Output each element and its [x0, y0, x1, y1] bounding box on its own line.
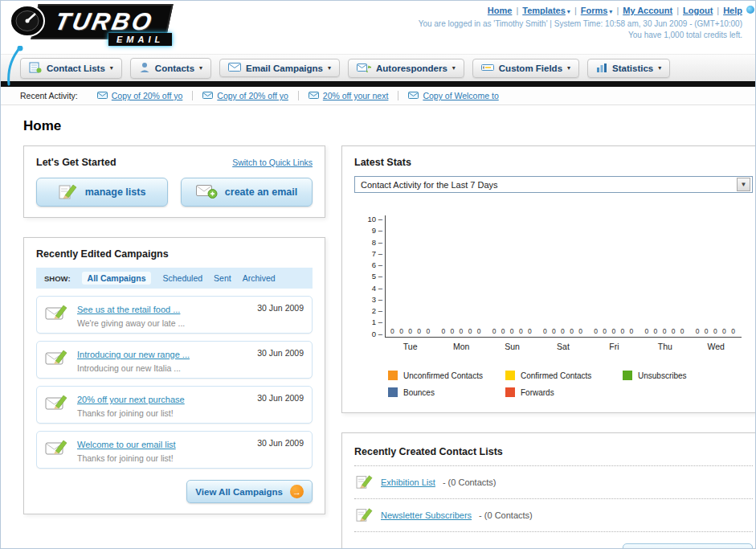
top-bar: TURBO EMAIL Home|Templates▾|Forms▾|My Ac… [1, 1, 755, 54]
separator: | [516, 6, 518, 15]
nav-tab-custom-fields[interactable]: Custom Fields ▾ [472, 59, 579, 78]
logo-email-wordmark: EMAIL [108, 33, 172, 46]
chart-y-tick: 2 – [372, 307, 382, 315]
contact-list-link[interactable]: Exhibition List [381, 477, 435, 487]
legend-item: Unconfirmed Contacts [388, 371, 505, 380]
recent-activity-item[interactable]: 20% off your next [299, 91, 399, 100]
view-all-campaigns-label: View All Campaigns [195, 487, 283, 497]
chart-value-group: 0 0 0 0 0 [488, 327, 538, 335]
recent-activity-item-label: Copy of Welcome to [423, 91, 498, 100]
contact-list-count: - (0 Contacts) [443, 477, 497, 487]
view-all-campaigns-button[interactable]: View All Campaigns → [186, 480, 313, 503]
chart-x-label: Thu [640, 342, 690, 351]
nav-tab-label: Custom Fields [499, 64, 562, 73]
nav-tab-autoresponders[interactable]: Autoresponders ▾ [348, 59, 464, 78]
contact-activity-chart: 10 –9 –8 –7 –6 –5 –4 –3 –2 –1 –0 – 0 0 0… [361, 215, 742, 397]
speedometer-icon [9, 4, 46, 41]
tab-archived[interactable]: Archived [243, 273, 276, 283]
create-email-label: create an email [225, 186, 297, 198]
chart-y-tick: 0 – [372, 330, 382, 338]
envelope-pencil-icon [45, 302, 69, 325]
campaign-title-link[interactable]: See us at the retail food ... [77, 305, 180, 314]
chart-x-label: Wed [691, 342, 742, 351]
campaign-row[interactable]: Welcome to our email list Thanks for joi… [36, 431, 313, 469]
legend-swatch [505, 387, 515, 397]
session-info: You are logged in as 'Timothy Smith' | S… [419, 19, 742, 28]
right-column: Latest Stats Contact Activity for the La… [341, 145, 756, 549]
campaign-row[interactable]: 20% off your next purchase Thanks for jo… [36, 386, 313, 424]
link-logout[interactable]: Logout [683, 6, 713, 15]
stats-filter-dropdown[interactable]: Contact Activity for the Last 7 Days ▼ [354, 176, 753, 193]
header-links: Home|Templates▾|Forms▾|My Account|Logout… [419, 6, 742, 15]
link-templates[interactable]: Templates [522, 6, 566, 15]
main-content: Home Let's Get Started Switch to Quick L… [1, 105, 755, 549]
recent-activity-item[interactable]: Copy of Welcome to [398, 91, 508, 100]
custom-fields-icon [481, 63, 494, 74]
contacts-icon [139, 62, 150, 75]
nav-tab-email-campaigns[interactable]: Email Campaigns ▾ [219, 59, 340, 77]
email-icon [97, 91, 108, 100]
nav-tab-contacts[interactable]: Contacts ▾ [130, 58, 211, 79]
switch-quick-links-link[interactable]: Switch to Quick Links [232, 158, 313, 167]
chevron-down-icon: ▾ [328, 64, 331, 72]
campaign-date: 30 Jun 2009 [257, 438, 304, 448]
chart-x-label: Fri [589, 342, 640, 351]
legend-swatch [388, 371, 398, 380]
nav-tab-label: Contacts [155, 64, 194, 73]
see-all-contact-lists-button[interactable]: See All Contact Lists → [623, 543, 753, 549]
pencil-paper-icon [59, 182, 78, 203]
legend-swatch [623, 371, 632, 380]
link-help[interactable]: Help [723, 6, 742, 15]
link-home[interactable]: Home [488, 6, 513, 15]
contact-lists-icon [29, 62, 42, 75]
chart-value-group: 0 0 0 0 0 [589, 327, 640, 335]
logo[interactable]: TURBO EMAIL [9, 4, 172, 46]
contact-list-link[interactable]: Newsletter Subscribers [381, 510, 472, 520]
latest-stats-panel: Latest Stats Contact Activity for the La… [341, 145, 756, 413]
nav-tab-contact-lists[interactable]: Contact Lists ▾ [20, 58, 122, 79]
chevron-down-icon: ▾ [609, 8, 612, 15]
show-label: SHOW: [44, 274, 71, 283]
manage-lists-button[interactable]: manage lists [36, 178, 168, 207]
link-my-account[interactable]: My Account [623, 6, 672, 15]
campaign-title-link[interactable]: 20% off your next purchase [77, 395, 185, 404]
campaign-title-link[interactable]: Introducing our new range ... [77, 350, 190, 359]
link-forms[interactable]: Forms [581, 6, 608, 15]
legend-label: Forwards [521, 388, 554, 397]
chevron-down-icon: ▾ [199, 64, 202, 72]
get-started-title: Let's Get Started [36, 157, 116, 168]
legend-label: Unconfirmed Contacts [403, 371, 483, 380]
legend-item: Confirmed Contacts [505, 371, 623, 380]
main-nav: Contact Lists ▾ Contacts ▾ Email Campaig… [1, 54, 755, 81]
campaign-row[interactable]: See us at the retail food ... We're givi… [36, 296, 313, 334]
tab-all-campaigns[interactable]: All Campaigns [82, 272, 152, 285]
decorative-swoosh [4, 46, 23, 89]
campaign-row[interactable]: Introducing our new range ... Introducin… [36, 341, 313, 379]
create-email-button[interactable]: create an email [181, 178, 313, 207]
chevron-down-icon: ▾ [452, 64, 456, 72]
chart-plot-area: 0 0 0 0 00 0 0 0 00 0 0 0 00 0 0 0 00 0 … [385, 215, 742, 338]
envelope-pencil-icon [45, 392, 69, 415]
recent-activity-item[interactable]: Copy of 20% off yo [193, 91, 299, 100]
legend-item: Unsubscribes [623, 371, 740, 380]
email-icon [202, 91, 213, 100]
chart-x-label: Tue [385, 342, 435, 351]
recent-activity-item[interactable]: Copy of 20% off yo [88, 91, 194, 100]
legend-swatch [388, 387, 398, 397]
page-title: Home [23, 118, 733, 134]
tab-sent[interactable]: Sent [214, 273, 231, 283]
contact-list-row: Exhibition List - (0 Contacts) [354, 466, 753, 499]
credits-info: You have 1,000 total credits left. [419, 31, 742, 39]
logo-text: TURBO EMAIL [35, 4, 172, 46]
nav-tab-statistics[interactable]: Statistics ▾ [587, 59, 670, 78]
legend-item: Forwards [505, 387, 623, 397]
chart-y-tick: 4 – [372, 285, 382, 293]
autoresponders-icon [357, 63, 371, 74]
campaign-title-link[interactable]: Welcome to our email list [77, 440, 176, 449]
email-icon [309, 91, 319, 100]
chevron-down-icon: ▾ [567, 8, 570, 15]
tab-scheduled[interactable]: Scheduled [162, 273, 202, 283]
campaigns-title: Recently Edited Campaigns [36, 248, 313, 260]
nav-tab-label: Statistics [612, 64, 653, 73]
pencil-paper-icon [356, 473, 374, 491]
